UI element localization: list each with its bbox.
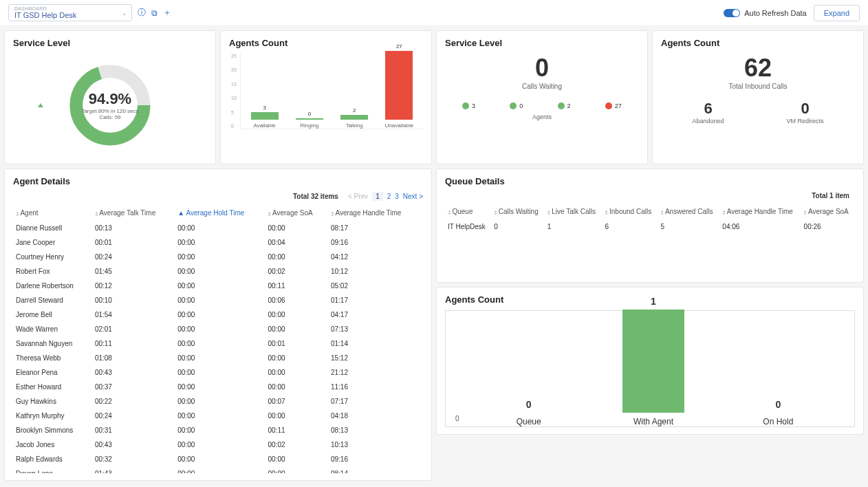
table-row: Devon Lane01:4300:0000:0008:14 bbox=[13, 466, 423, 473]
bar-col: 27 Unavailable bbox=[382, 43, 415, 129]
bar-value: 1 bbox=[651, 296, 656, 307]
y-axis-ticks: 25 20 15 10 5 0 bbox=[231, 54, 237, 129]
top-icons: ⓘ ⧉ ＋ bbox=[138, 7, 171, 19]
chevron-down-icon: ⌄ bbox=[122, 10, 127, 17]
agents-bar-chart: 25 20 15 10 5 0 3 Available0 Ringing2 Ta… bbox=[240, 54, 423, 129]
col-waiting[interactable]: ‡Calls Waiting bbox=[491, 204, 545, 219]
table-row: Darrell Steward00:1000:0000:0601:17 bbox=[13, 293, 423, 307]
vm-redirects-num: 0 bbox=[787, 100, 824, 118]
abandoned-label: Abandoned bbox=[692, 118, 724, 125]
bar-label: Talking bbox=[346, 122, 363, 129]
auto-refresh-toggle[interactable]: Auto Refresh Data bbox=[724, 9, 807, 17]
legend-item: 2 bbox=[558, 102, 571, 109]
total-inbound-label: Total Inbound Calls bbox=[661, 83, 855, 90]
abandoned-num: 6 bbox=[692, 100, 724, 118]
legend-item: 27 bbox=[605, 102, 622, 109]
bar-label: Available bbox=[253, 122, 275, 129]
table-row: Jane Cooper00:0100:0000:0409:16 bbox=[13, 235, 423, 250]
table-row: Ralph Edwards00:3200:0000:0009:16 bbox=[13, 452, 423, 466]
total-inbound-num: 62 bbox=[661, 54, 855, 83]
col-avg-soa[interactable]: ‡Average SoA bbox=[265, 205, 327, 221]
bar-label: On Hold bbox=[763, 417, 793, 426]
table-row: IT HelpDesk 0 1 6 5 04:06 00:26 bbox=[445, 219, 855, 234]
card-title: Service Level bbox=[445, 38, 639, 48]
bar bbox=[251, 112, 279, 120]
table-row: Darlene Robertson00:1200:0000:1105:02 bbox=[13, 279, 423, 293]
toggle-icon bbox=[724, 9, 740, 17]
page-1[interactable]: 1 bbox=[372, 192, 383, 201]
topbar: DASHBOARD IT GSD Help Desk ⌄ ⓘ ⧉ ＋ Auto … bbox=[0, 0, 868, 26]
table-row: Kathryn Murphy00:2400:0000:0004:18 bbox=[13, 409, 423, 423]
page-3[interactable]: 3 bbox=[395, 193, 399, 200]
bar-label: Ringing bbox=[300, 122, 318, 129]
agents-count-chart-card: Agents Count 0 0 Queue1 With Agent0 On H… bbox=[436, 287, 864, 435]
bar-col: 1 With Agent bbox=[616, 296, 691, 426]
copy-icon[interactable]: ⧉ bbox=[151, 8, 158, 18]
col-avg-handle[interactable]: ‡Average Handle Time bbox=[328, 205, 423, 221]
dot-icon bbox=[510, 102, 517, 109]
bar-label: Unavailable bbox=[384, 122, 413, 129]
bar-value: 0 bbox=[308, 111, 311, 117]
pager: Total 32 items < Prev 1 2 3 Next > bbox=[293, 192, 423, 201]
col-avg-talk[interactable]: ‡Average Talk Time bbox=[92, 205, 175, 221]
table-row: Robert Fox01:4500:0000:0210:12 bbox=[13, 264, 423, 279]
col-answered[interactable]: ‡Answered Calls bbox=[658, 204, 719, 219]
donut-percent: 94.9% bbox=[81, 90, 138, 108]
col-live[interactable]: ‡Live Talk Calls bbox=[545, 204, 603, 219]
col-agent[interactable]: ‡Agent bbox=[13, 205, 92, 221]
col-queue[interactable]: ‡Queue bbox=[445, 204, 491, 219]
bottom-grid: Agent Details Total 32 items < Prev 1 2 … bbox=[0, 169, 868, 485]
dashboard-selector[interactable]: DASHBOARD IT GSD Help Desk ⌄ bbox=[8, 4, 132, 21]
bar-col: 0 Queue bbox=[491, 399, 567, 426]
table-row: Eleanor Pena00:4300:0000:0021:12 bbox=[13, 365, 423, 380]
bar-label: With Agent bbox=[633, 417, 673, 426]
dot-icon bbox=[462, 102, 469, 109]
calls-waiting-num: 0 bbox=[445, 54, 639, 83]
table-row: Jerome Bell01:5400:0000:0004:17 bbox=[13, 307, 423, 322]
col-inbound[interactable]: ‡Inbound Calls bbox=[603, 204, 658, 219]
agents-count-chart: 0 0 Queue1 With Agent0 On Hold bbox=[445, 310, 855, 427]
triangle-up-icon bbox=[38, 103, 43, 107]
bar bbox=[296, 118, 323, 120]
bar-col: 3 Available bbox=[248, 105, 281, 129]
bar bbox=[340, 115, 368, 120]
total-items: Total 1 item bbox=[812, 192, 849, 199]
total-items: Total 32 items bbox=[293, 193, 338, 200]
agents-count-bar-card: Agents Count 25 20 15 10 5 0 3 Available… bbox=[220, 30, 432, 164]
auto-refresh-label: Auto Refresh Data bbox=[744, 9, 807, 17]
dot-icon bbox=[558, 102, 565, 109]
col-aht[interactable]: ‡Average Handle Time bbox=[719, 204, 801, 219]
donut-chart: 94.9% Target 80% in 120 secs Calls: 59 bbox=[13, 54, 207, 157]
card-title: Queue Details bbox=[445, 176, 855, 186]
page-2[interactable]: 2 bbox=[387, 193, 391, 200]
bar-value: 3 bbox=[263, 105, 265, 111]
bar-value: 2 bbox=[353, 107, 356, 113]
bar bbox=[622, 310, 684, 413]
legend-item: 3 bbox=[462, 102, 475, 109]
calls-waiting-label: Calls Waiting bbox=[445, 83, 639, 90]
service-level-donut-card: Service Level 94.9% Target 80% in 120 se… bbox=[4, 30, 216, 164]
donut-calls: Calls: 59 bbox=[81, 114, 138, 120]
prev-button[interactable]: < Prev bbox=[348, 193, 368, 200]
table-row: Courtney Henry00:2400:0000:0004:12 bbox=[13, 250, 423, 264]
expand-button[interactable]: Expand bbox=[814, 5, 860, 21]
agent-details-table: ‡Agent ‡Average Talk Time ▲ Average Hold… bbox=[13, 205, 423, 473]
add-icon[interactable]: ＋ bbox=[163, 7, 171, 19]
col-avg-hold[interactable]: ▲ Average Hold Time bbox=[175, 205, 265, 221]
bar-col: 2 Talking bbox=[338, 107, 371, 129]
card-title: Agent Details bbox=[13, 176, 423, 186]
table-row: Savannah Nguyen00:1100:0000:0101:14 bbox=[13, 336, 423, 351]
table-row: Guy Hawkins00:2200:0000:0707:17 bbox=[13, 394, 423, 409]
bar-col: 0 On Hold bbox=[740, 399, 816, 426]
card-title: Service Level bbox=[13, 38, 207, 48]
bar-label: Queue bbox=[517, 417, 541, 426]
next-button[interactable]: Next > bbox=[403, 193, 423, 200]
table-row: Esther Howard00:3700:0000:0011:16 bbox=[13, 380, 423, 394]
info-icon[interactable]: ⓘ bbox=[138, 7, 146, 19]
donut-target: Target 80% in 120 secs bbox=[81, 108, 138, 114]
table-row: Wade Warren02:0100:0000:0007:13 bbox=[13, 322, 423, 336]
col-soa[interactable]: ‡Average SoA bbox=[801, 204, 855, 219]
status-legend: 3 0 2 27 bbox=[445, 102, 639, 109]
table-row: Jacob Jones00:4300:0000:0210:13 bbox=[13, 437, 423, 452]
card-title: Agents Count bbox=[661, 38, 855, 48]
